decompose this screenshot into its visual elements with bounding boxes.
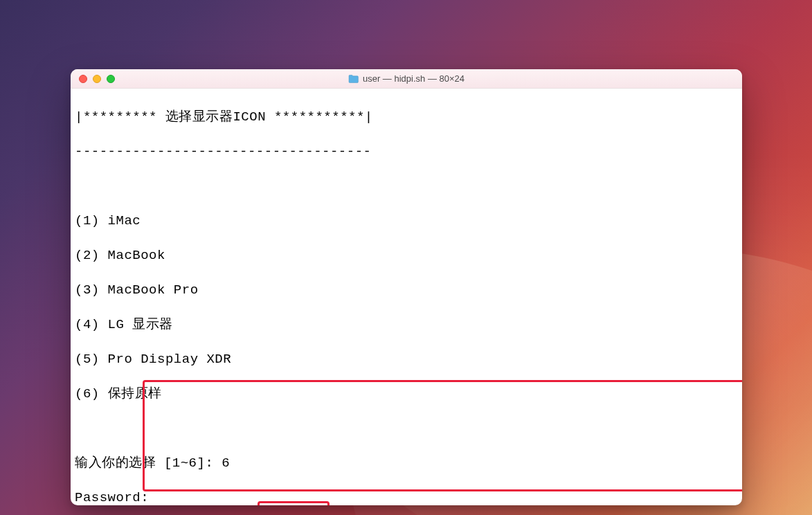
option-item: (3) MacBook Pro	[75, 282, 738, 299]
blank-line	[75, 420, 738, 437]
section-header: |********* 选择显示器ICON ***********|	[75, 109, 738, 126]
option-item: (1) iMac	[75, 213, 738, 230]
password-prompt: Password:	[75, 489, 738, 505]
maximize-button[interactable]	[107, 75, 115, 83]
option-item: (4) LG 显示器	[75, 316, 738, 334]
blank-line	[75, 178, 738, 195]
window-title: user — hidpi.sh — 80×24	[71, 73, 742, 84]
close-button[interactable]	[79, 75, 87, 83]
titlebar: user — hidpi.sh — 80×24	[71, 69, 742, 89]
divider: ------------------------------------	[75, 143, 738, 161]
window-title-text: user — hidpi.sh — 80×24	[363, 73, 464, 84]
input-prompt: 输入你的选择 [1~6]: 6	[75, 455, 738, 472]
option-item: (6) 保持原样	[75, 386, 738, 403]
option-item: (2) MacBook	[75, 247, 738, 264]
traffic-lights	[71, 75, 115, 83]
terminal-content[interactable]: |********* 选择显示器ICON ***********| ------…	[71, 89, 742, 505]
terminal-window: user — hidpi.sh — 80×24 |********* 选择显示器…	[71, 69, 742, 505]
option-item: (5) Pro Display XDR	[75, 351, 738, 368]
folder-icon	[348, 75, 359, 83]
minimize-button[interactable]	[93, 75, 101, 83]
